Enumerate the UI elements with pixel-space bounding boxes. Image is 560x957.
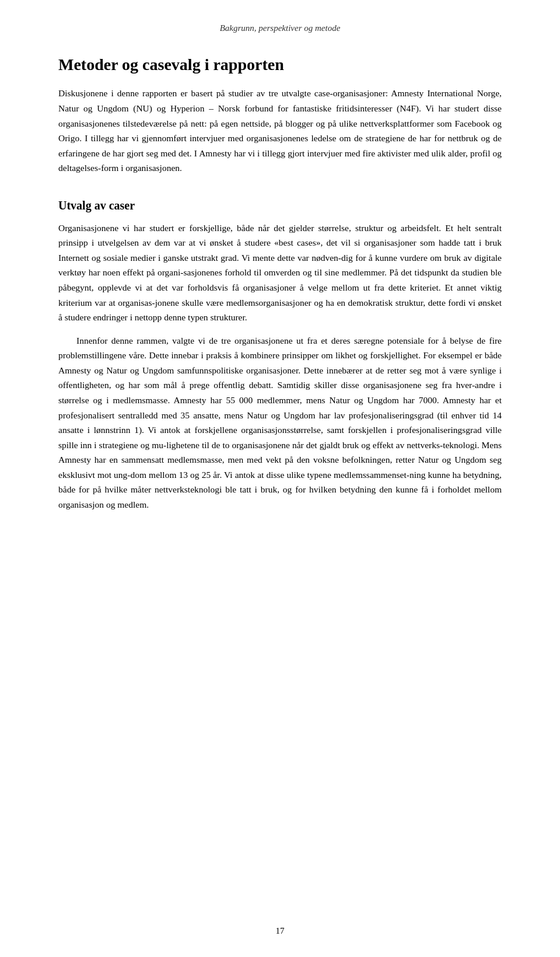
section-paragraph-1: Organisasjonene vi har studert er forskj… xyxy=(58,221,502,325)
page-number: 17 xyxy=(0,926,560,936)
page: Bakgrunn, perspektiver og metode Metoder… xyxy=(0,0,560,957)
section-body: Organisasjonene vi har studert er forskj… xyxy=(58,221,502,512)
main-title: Metoder og casevalg i rapporten xyxy=(58,54,502,75)
page-header: Bakgrunn, perspektiver og metode xyxy=(58,23,502,33)
section-paragraph-2: Innenfor denne rammen, valgte vi de tre … xyxy=(58,333,502,512)
section-title: Utvalg av caser xyxy=(58,199,502,212)
intro-paragraph: Diskusjonene i denne rapporten er basert… xyxy=(58,86,502,175)
header-text: Bakgrunn, perspektiver og metode xyxy=(220,23,341,33)
intro-section: Diskusjonene i denne rapporten er basert… xyxy=(58,86,502,175)
